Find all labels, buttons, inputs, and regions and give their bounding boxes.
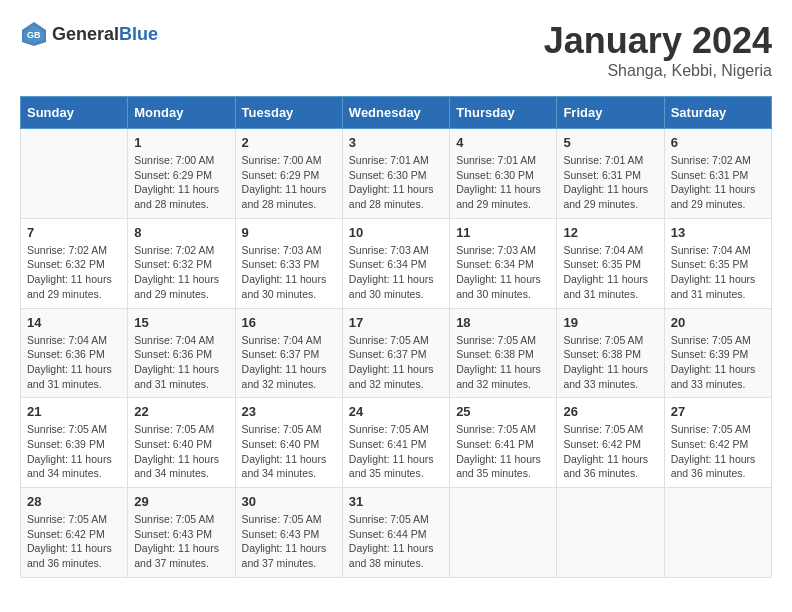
- weekday-header: Thursday: [450, 97, 557, 129]
- day-info: Sunrise: 7:01 AM Sunset: 6:31 PM Dayligh…: [563, 153, 657, 212]
- day-info: Sunrise: 7:00 AM Sunset: 6:29 PM Dayligh…: [134, 153, 228, 212]
- day-number: 17: [349, 315, 443, 330]
- day-number: 19: [563, 315, 657, 330]
- calendar-day-cell: 2Sunrise: 7:00 AM Sunset: 6:29 PM Daylig…: [235, 129, 342, 219]
- calendar-day-cell: 4Sunrise: 7:01 AM Sunset: 6:30 PM Daylig…: [450, 129, 557, 219]
- calendar-day-cell: 27Sunrise: 7:05 AM Sunset: 6:42 PM Dayli…: [664, 398, 771, 488]
- day-number: 12: [563, 225, 657, 240]
- day-number: 21: [27, 404, 121, 419]
- day-number: 16: [242, 315, 336, 330]
- calendar-day-cell: 25Sunrise: 7:05 AM Sunset: 6:41 PM Dayli…: [450, 398, 557, 488]
- day-info: Sunrise: 7:03 AM Sunset: 6:33 PM Dayligh…: [242, 243, 336, 302]
- day-number: 7: [27, 225, 121, 240]
- weekday-header: Monday: [128, 97, 235, 129]
- calendar-day-cell: 24Sunrise: 7:05 AM Sunset: 6:41 PM Dayli…: [342, 398, 449, 488]
- calendar-day-cell: 7Sunrise: 7:02 AM Sunset: 6:32 PM Daylig…: [21, 218, 128, 308]
- calendar-week-row: 7Sunrise: 7:02 AM Sunset: 6:32 PM Daylig…: [21, 218, 772, 308]
- day-number: 22: [134, 404, 228, 419]
- calendar-day-cell: 1Sunrise: 7:00 AM Sunset: 6:29 PM Daylig…: [128, 129, 235, 219]
- svg-text:GB: GB: [27, 30, 41, 40]
- month-year: January 2024: [544, 20, 772, 62]
- header: GB GeneralBlue January 2024 Shanga, Kebb…: [20, 20, 772, 80]
- day-info: Sunrise: 7:04 AM Sunset: 6:36 PM Dayligh…: [27, 333, 121, 392]
- calendar-day-cell: 29Sunrise: 7:05 AM Sunset: 6:43 PM Dayli…: [128, 488, 235, 578]
- calendar-day-cell: 30Sunrise: 7:05 AM Sunset: 6:43 PM Dayli…: [235, 488, 342, 578]
- day-info: Sunrise: 7:02 AM Sunset: 6:32 PM Dayligh…: [27, 243, 121, 302]
- day-info: Sunrise: 7:05 AM Sunset: 6:42 PM Dayligh…: [671, 422, 765, 481]
- logo-text-container: GeneralBlue: [52, 24, 158, 45]
- logo-icon: GB: [20, 20, 48, 48]
- calendar-table: SundayMondayTuesdayWednesdayThursdayFrid…: [20, 96, 772, 578]
- day-info: Sunrise: 7:05 AM Sunset: 6:42 PM Dayligh…: [563, 422, 657, 481]
- calendar-week-row: 28Sunrise: 7:05 AM Sunset: 6:42 PM Dayli…: [21, 488, 772, 578]
- day-number: 29: [134, 494, 228, 509]
- calendar-day-cell: 18Sunrise: 7:05 AM Sunset: 6:38 PM Dayli…: [450, 308, 557, 398]
- day-number: 31: [349, 494, 443, 509]
- weekday-header: Saturday: [664, 97, 771, 129]
- day-number: 15: [134, 315, 228, 330]
- calendar-day-cell: 3Sunrise: 7:01 AM Sunset: 6:30 PM Daylig…: [342, 129, 449, 219]
- weekday-header: Tuesday: [235, 97, 342, 129]
- calendar-day-cell: 21Sunrise: 7:05 AM Sunset: 6:39 PM Dayli…: [21, 398, 128, 488]
- calendar-day-cell: 11Sunrise: 7:03 AM Sunset: 6:34 PM Dayli…: [450, 218, 557, 308]
- day-number: 23: [242, 404, 336, 419]
- day-info: Sunrise: 7:05 AM Sunset: 6:40 PM Dayligh…: [242, 422, 336, 481]
- title-area: January 2024 Shanga, Kebbi, Nigeria: [544, 20, 772, 80]
- location: Shanga, Kebbi, Nigeria: [544, 62, 772, 80]
- calendar-day-cell: 20Sunrise: 7:05 AM Sunset: 6:39 PM Dayli…: [664, 308, 771, 398]
- calendar-day-cell: 8Sunrise: 7:02 AM Sunset: 6:32 PM Daylig…: [128, 218, 235, 308]
- calendar-day-cell: 6Sunrise: 7:02 AM Sunset: 6:31 PM Daylig…: [664, 129, 771, 219]
- day-info: Sunrise: 7:05 AM Sunset: 6:37 PM Dayligh…: [349, 333, 443, 392]
- calendar-day-cell: 31Sunrise: 7:05 AM Sunset: 6:44 PM Dayli…: [342, 488, 449, 578]
- day-info: Sunrise: 7:04 AM Sunset: 6:35 PM Dayligh…: [563, 243, 657, 302]
- day-info: Sunrise: 7:05 AM Sunset: 6:41 PM Dayligh…: [349, 422, 443, 481]
- calendar-day-cell: 23Sunrise: 7:05 AM Sunset: 6:40 PM Dayli…: [235, 398, 342, 488]
- calendar-day-cell: [21, 129, 128, 219]
- day-info: Sunrise: 7:05 AM Sunset: 6:43 PM Dayligh…: [242, 512, 336, 571]
- day-number: 6: [671, 135, 765, 150]
- calendar-week-row: 21Sunrise: 7:05 AM Sunset: 6:39 PM Dayli…: [21, 398, 772, 488]
- day-info: Sunrise: 7:05 AM Sunset: 6:39 PM Dayligh…: [671, 333, 765, 392]
- day-number: 26: [563, 404, 657, 419]
- day-info: Sunrise: 7:05 AM Sunset: 6:40 PM Dayligh…: [134, 422, 228, 481]
- calendar-day-cell: 12Sunrise: 7:04 AM Sunset: 6:35 PM Dayli…: [557, 218, 664, 308]
- logo: GB GeneralBlue: [20, 20, 158, 48]
- day-info: Sunrise: 7:05 AM Sunset: 6:42 PM Dayligh…: [27, 512, 121, 571]
- calendar-day-cell: 13Sunrise: 7:04 AM Sunset: 6:35 PM Dayli…: [664, 218, 771, 308]
- day-number: 3: [349, 135, 443, 150]
- day-number: 28: [27, 494, 121, 509]
- day-info: Sunrise: 7:01 AM Sunset: 6:30 PM Dayligh…: [456, 153, 550, 212]
- day-info: Sunrise: 7:05 AM Sunset: 6:43 PM Dayligh…: [134, 512, 228, 571]
- calendar-day-cell: [664, 488, 771, 578]
- day-info: Sunrise: 7:04 AM Sunset: 6:36 PM Dayligh…: [134, 333, 228, 392]
- day-number: 5: [563, 135, 657, 150]
- weekday-header: Friday: [557, 97, 664, 129]
- weekday-header: Sunday: [21, 97, 128, 129]
- calendar-day-cell: 22Sunrise: 7:05 AM Sunset: 6:40 PM Dayli…: [128, 398, 235, 488]
- day-info: Sunrise: 7:01 AM Sunset: 6:30 PM Dayligh…: [349, 153, 443, 212]
- day-number: 8: [134, 225, 228, 240]
- day-number: 11: [456, 225, 550, 240]
- calendar-day-cell: 28Sunrise: 7:05 AM Sunset: 6:42 PM Dayli…: [21, 488, 128, 578]
- day-number: 18: [456, 315, 550, 330]
- day-info: Sunrise: 7:05 AM Sunset: 6:44 PM Dayligh…: [349, 512, 443, 571]
- day-number: 30: [242, 494, 336, 509]
- logo-general: General: [52, 24, 119, 44]
- day-number: 14: [27, 315, 121, 330]
- calendar-day-cell: 19Sunrise: 7:05 AM Sunset: 6:38 PM Dayli…: [557, 308, 664, 398]
- day-info: Sunrise: 7:04 AM Sunset: 6:37 PM Dayligh…: [242, 333, 336, 392]
- weekday-header: Wednesday: [342, 97, 449, 129]
- day-info: Sunrise: 7:05 AM Sunset: 6:38 PM Dayligh…: [563, 333, 657, 392]
- day-info: Sunrise: 7:00 AM Sunset: 6:29 PM Dayligh…: [242, 153, 336, 212]
- day-number: 9: [242, 225, 336, 240]
- day-number: 10: [349, 225, 443, 240]
- calendar-day-cell: 5Sunrise: 7:01 AM Sunset: 6:31 PM Daylig…: [557, 129, 664, 219]
- day-number: 27: [671, 404, 765, 419]
- calendar-week-row: 14Sunrise: 7:04 AM Sunset: 6:36 PM Dayli…: [21, 308, 772, 398]
- logo-blue: Blue: [119, 24, 158, 44]
- day-info: Sunrise: 7:05 AM Sunset: 6:41 PM Dayligh…: [456, 422, 550, 481]
- day-number: 1: [134, 135, 228, 150]
- day-number: 2: [242, 135, 336, 150]
- calendar-week-row: 1Sunrise: 7:00 AM Sunset: 6:29 PM Daylig…: [21, 129, 772, 219]
- day-number: 13: [671, 225, 765, 240]
